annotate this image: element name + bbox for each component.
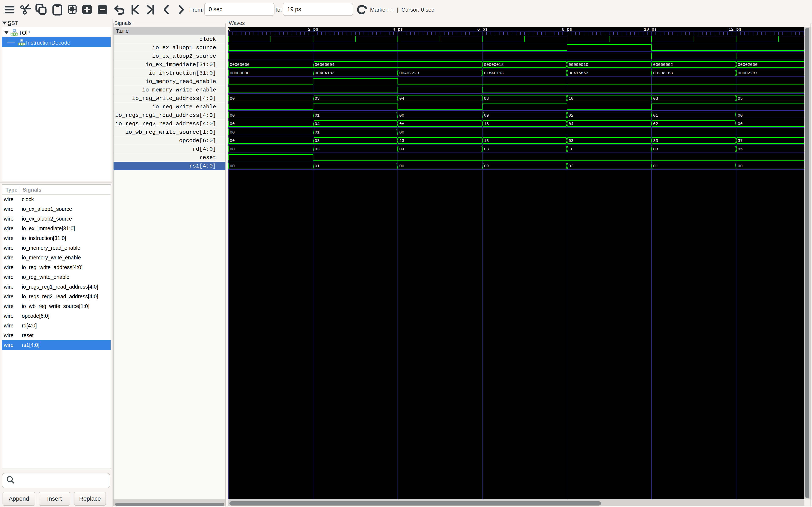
svg-text:23: 23 bbox=[399, 138, 404, 143]
svg-text:ps: ps bbox=[652, 27, 657, 32]
svg-text:13: 13 bbox=[484, 138, 489, 143]
svg-text:05: 05 bbox=[738, 147, 743, 152]
svg-text:01: 01 bbox=[653, 113, 658, 118]
svg-text:04: 04 bbox=[315, 122, 319, 126]
svg-text:0184F193: 0184F193 bbox=[484, 71, 504, 76]
svg-text:00000002: 00000002 bbox=[653, 62, 673, 67]
svg-text:0: 0 bbox=[228, 27, 231, 32]
svg-text:00: 00 bbox=[230, 96, 235, 101]
svg-text:10: 10 bbox=[569, 96, 573, 101]
svg-text:00000018: 00000018 bbox=[484, 62, 504, 67]
svg-text:09: 09 bbox=[484, 164, 489, 169]
svg-text:ps: ps bbox=[736, 27, 742, 32]
svg-text:00: 00 bbox=[738, 122, 743, 126]
svg-text:03: 03 bbox=[653, 147, 658, 152]
svg-text:18: 18 bbox=[484, 122, 489, 126]
svg-text:10: 10 bbox=[569, 147, 573, 152]
svg-text:00: 00 bbox=[230, 113, 235, 118]
svg-text:0040A183: 0040A183 bbox=[315, 71, 335, 76]
svg-text:04: 04 bbox=[569, 122, 573, 126]
svg-text:000022B7: 000022B7 bbox=[738, 71, 758, 76]
svg-text:01: 01 bbox=[653, 164, 658, 169]
svg-text:00002000: 00002000 bbox=[738, 62, 758, 67]
svg-text:ps: ps bbox=[398, 27, 403, 32]
svg-text:12: 12 bbox=[728, 27, 733, 32]
svg-text:33: 33 bbox=[653, 138, 658, 143]
svg-text:00: 00 bbox=[230, 147, 235, 152]
svg-text:0A: 0A bbox=[399, 122, 404, 126]
svg-text:00000000: 00000000 bbox=[230, 71, 250, 76]
svg-text:05: 05 bbox=[738, 96, 743, 101]
svg-text:00000010: 00000010 bbox=[569, 62, 589, 67]
svg-text:03: 03 bbox=[315, 147, 319, 152]
svg-text:03: 03 bbox=[315, 96, 319, 101]
svg-text:00: 00 bbox=[738, 113, 743, 118]
svg-text:03: 03 bbox=[484, 147, 489, 152]
svg-text:4: 4 bbox=[393, 27, 395, 32]
svg-text:02: 02 bbox=[569, 164, 573, 169]
svg-text:01: 01 bbox=[315, 164, 319, 169]
svg-text:00000000: 00000000 bbox=[230, 62, 250, 67]
svg-text:ps: ps bbox=[483, 27, 488, 32]
svg-text:01: 01 bbox=[315, 130, 319, 135]
svg-text:10: 10 bbox=[644, 27, 649, 32]
svg-text:00A02223: 00A02223 bbox=[399, 71, 419, 76]
svg-text:8: 8 bbox=[562, 27, 564, 32]
svg-text:04: 04 bbox=[399, 96, 404, 101]
svg-text:ps: ps bbox=[567, 27, 572, 32]
svg-text:2: 2 bbox=[308, 27, 311, 32]
svg-text:6: 6 bbox=[477, 27, 480, 32]
svg-text:03: 03 bbox=[484, 96, 489, 101]
svg-text:ps: ps bbox=[313, 27, 318, 32]
svg-text:00: 00 bbox=[230, 130, 235, 135]
svg-text:37: 37 bbox=[738, 138, 743, 143]
svg-text:03: 03 bbox=[653, 96, 658, 101]
svg-text:02: 02 bbox=[653, 122, 658, 126]
svg-text:63: 63 bbox=[569, 138, 573, 143]
svg-text:00: 00 bbox=[738, 164, 743, 169]
svg-text:00: 00 bbox=[230, 164, 235, 169]
svg-text:002081B3: 002081B3 bbox=[653, 71, 673, 76]
svg-text:09: 09 bbox=[484, 113, 489, 118]
svg-text:04: 04 bbox=[399, 147, 404, 152]
svg-text:00: 00 bbox=[399, 164, 404, 169]
svg-text:00: 00 bbox=[399, 113, 404, 118]
svg-text:00: 00 bbox=[230, 138, 235, 143]
svg-text:00: 00 bbox=[399, 130, 404, 135]
svg-text:03: 03 bbox=[315, 138, 319, 143]
svg-text:00000004: 00000004 bbox=[315, 62, 335, 67]
svg-text:00415863: 00415863 bbox=[569, 71, 589, 76]
svg-text:00: 00 bbox=[230, 122, 235, 126]
svg-text:02: 02 bbox=[569, 113, 573, 118]
svg-text:01: 01 bbox=[315, 113, 319, 118]
